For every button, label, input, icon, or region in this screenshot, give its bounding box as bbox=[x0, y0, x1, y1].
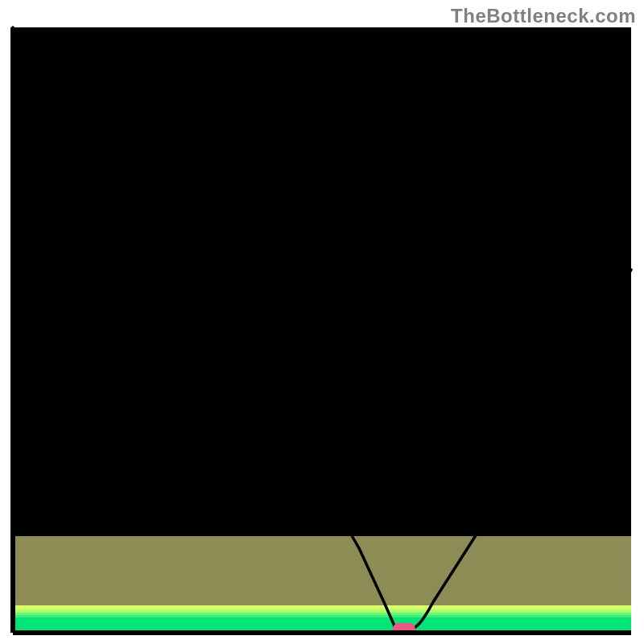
band-pale-yellow bbox=[13, 536, 631, 617]
band-spectral-4 bbox=[13, 615, 631, 617]
band-spectral-3 bbox=[13, 613, 631, 615]
bottleneck-chart: TheBottleneck.com bbox=[0, 0, 644, 644]
watermark-text: TheBottleneck.com bbox=[451, 5, 636, 27]
band-spectral-1 bbox=[13, 605, 631, 609]
plot-area bbox=[13, 27, 631, 633]
band-spectral-2 bbox=[13, 609, 631, 613]
